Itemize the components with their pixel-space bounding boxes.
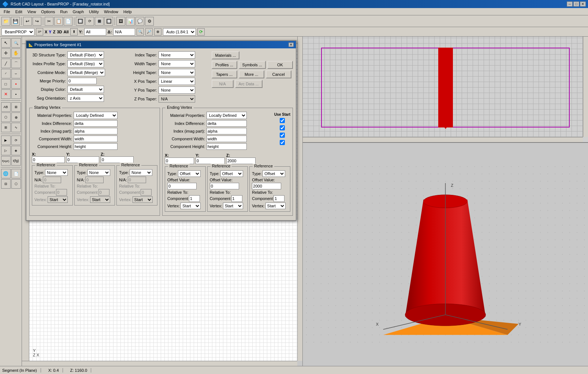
ev-refy-comp-input[interactable] (231, 195, 242, 202)
tool-component[interactable]: ⬡ (1, 112, 11, 122)
xpos-taper-select[interactable]: Linear (159, 78, 195, 85)
tool-zoom[interactable]: 🔍 (11, 38, 21, 48)
index-taper-select[interactable]: None (159, 51, 195, 59)
refresh-btn[interactable]: ⟳ (197, 28, 205, 36)
tool-f-xyz[interactable]: f(xyz) (1, 156, 11, 166)
menu-options[interactable]: Options (39, 9, 57, 15)
vertical-scrollbar[interactable] (297, 37, 302, 361)
tool-monitor[interactable]: ⊞ (11, 102, 21, 112)
sv-z-input[interactable] (101, 156, 134, 163)
display-color-select[interactable]: Default (67, 86, 104, 93)
ev-refx-type-select[interactable]: Offset (178, 170, 201, 177)
menu-graph[interactable]: Graph (70, 9, 86, 15)
tool-doc[interactable]: 📄 (11, 169, 21, 178)
menu-view[interactable]: View (25, 9, 38, 15)
tool-sim2[interactable]: ⟳ (11, 136, 21, 145)
tool-sim3[interactable]: ▷ (1, 146, 11, 155)
profiles-button[interactable]: Profiles ... (212, 61, 237, 69)
menu-help[interactable]: Help (121, 9, 134, 15)
na-button[interactable]: N/A (212, 80, 234, 88)
zoom-fit-btn[interactable]: ⊕ (154, 28, 161, 36)
index-profile-select[interactable]: Default (Step) (67, 60, 104, 67)
tool-line[interactable]: ╱ (1, 59, 11, 68)
symbols-button[interactable]: Symbols ... (239, 61, 266, 69)
tool-path[interactable]: ⊕ (11, 112, 21, 122)
sv-y-input[interactable] (66, 156, 99, 163)
toolbar-rotate[interactable]: ⟳ (85, 17, 94, 26)
ev-x-input[interactable] (165, 158, 194, 164)
toolbar-new[interactable]: 📁 (1, 17, 10, 26)
component-dropdown[interactable]: BeamPROP (1, 28, 34, 36)
sv-idx-diff-input[interactable] (74, 120, 118, 127)
tool-table[interactable]: ⊟ (1, 179, 11, 189)
sv-refx-type-select[interactable]: None (45, 169, 68, 176)
dialog-close-button[interactable]: ✕ (289, 42, 294, 47)
sv-height-input[interactable] (74, 143, 118, 150)
arc-data-button[interactable]: Arc Data ... (235, 80, 263, 88)
ev-refz-offset-input[interactable] (252, 183, 281, 189)
toolbar-symbol[interactable]: 🔳 (95, 17, 104, 26)
use-start-check-4[interactable] (280, 140, 285, 145)
toolbar-settings[interactable]: ⚙ (145, 17, 154, 26)
ev-refz-vertex-select[interactable]: Start (265, 203, 286, 209)
toolbar-grid[interactable]: 🔲 (104, 17, 113, 26)
ev-refx-comp-input[interactable] (189, 195, 200, 202)
ev-y-input[interactable] (196, 158, 225, 164)
combine-mode-select[interactable]: Default (Merge) (67, 69, 105, 76)
menu-window[interactable]: Window (102, 9, 120, 15)
tool-array[interactable]: ⊞ (1, 123, 11, 132)
use-start-check-1[interactable] (280, 118, 285, 123)
tool-curve[interactable]: ⌒ (11, 59, 21, 68)
ev-z-input[interactable] (226, 158, 256, 164)
toolbar-redo[interactable]: ↪ (33, 17, 41, 26)
zoom-out-btn[interactable]: 🔎 (145, 28, 153, 36)
sv-refy-vertex-select[interactable]: Start (90, 196, 110, 203)
sv-x-input[interactable] (32, 156, 65, 163)
ev-refy-offset-input[interactable] (210, 183, 239, 189)
merge-priority-input[interactable] (67, 78, 97, 84)
sv-mat-select[interactable]: Locally Defined (74, 112, 118, 119)
toolbar-paste[interactable]: 📄 (64, 17, 72, 26)
toolbar-copy[interactable]: 📋 (54, 17, 63, 26)
tool-arc[interactable]: ◜ (1, 69, 11, 78)
tool-fiber[interactable]: ∿ (11, 123, 21, 132)
sv-width-input[interactable] (74, 136, 118, 142)
struct-type-select[interactable]: Default (Fiber) (67, 51, 104, 59)
toolbar-save[interactable]: 💾 (11, 17, 20, 26)
toolbar-image[interactable]: 🖼 (116, 17, 125, 26)
ev-idx-imag-input[interactable] (206, 128, 247, 134)
tool-sim4[interactable]: ◈ (11, 146, 21, 155)
tool-select[interactable]: ↖ (1, 38, 11, 48)
menu-edit[interactable]: Edit (13, 9, 25, 15)
y-value-input[interactable] (84, 28, 106, 36)
toolbar-cut[interactable]: ✂ (45, 17, 53, 26)
materials-button[interactable]: Materials ... (212, 51, 240, 59)
horizontal-scrollbar[interactable] (22, 361, 297, 366)
sv-refx-vertex-select[interactable]: Start (48, 196, 68, 203)
sv-refz-vertex-select[interactable]: Start (133, 196, 153, 203)
ev-refx-offset-input[interactable] (167, 183, 197, 189)
tool-ab[interactable]: AB (1, 102, 11, 112)
delta-input[interactable] (113, 28, 135, 36)
tool-3d[interactable]: ⬡ (11, 179, 21, 189)
toolbar-chart[interactable]: 📊 (126, 17, 135, 26)
tool-point[interactable]: • (11, 89, 21, 99)
coord-1p[interactable]: 1P (36, 28, 43, 36)
height-taper-select[interactable]: None (159, 69, 195, 76)
menu-file[interactable]: File (1, 9, 12, 15)
ev-mat-select[interactable]: Locally Defined (206, 112, 247, 119)
ypos-taper-select[interactable]: None (159, 86, 195, 94)
tapers-button[interactable]: Tapers ... (212, 70, 237, 78)
sv-idx-imag-input[interactable] (74, 128, 118, 134)
seg-orient-select[interactable]: z Axis (67, 95, 104, 102)
ev-refx-vertex-select[interactable]: Start (181, 203, 201, 209)
toolbar-select[interactable]: 🔲 (76, 17, 85, 26)
tool-pointer[interactable]: ✛ (1, 48, 11, 58)
tool-sim1[interactable]: ▶ (1, 136, 11, 145)
ev-refy-type-select[interactable]: Offset (220, 170, 243, 177)
tool-bend[interactable]: ⌣ (11, 69, 21, 78)
ev-idx-diff-input[interactable] (206, 120, 247, 127)
ev-width-input[interactable] (206, 136, 247, 142)
tool-globe[interactable]: 🌐 (1, 169, 11, 178)
close-button[interactable]: ✕ (580, 1, 586, 7)
